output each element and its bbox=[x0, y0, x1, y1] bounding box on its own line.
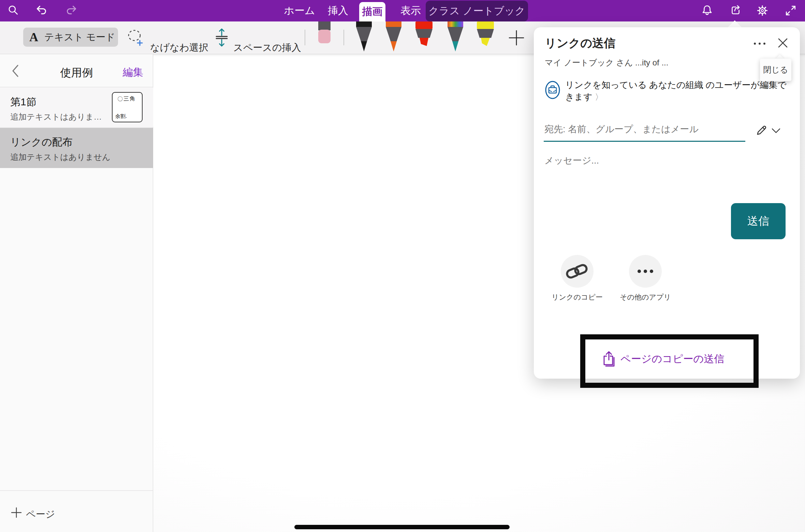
page-subtitle: 追加テキストはありま… bbox=[10, 111, 102, 122]
lasso-select-icon[interactable] bbox=[126, 28, 145, 47]
more-apps-label: その他のアプリ bbox=[611, 292, 679, 302]
undo-icon[interactable] bbox=[35, 4, 48, 17]
organization-permission-icon bbox=[545, 80, 560, 100]
divider bbox=[0, 127, 153, 127]
more-apps-button[interactable] bbox=[629, 255, 662, 288]
edit-button[interactable]: 編集 bbox=[123, 65, 143, 79]
fullscreen-icon[interactable] bbox=[784, 4, 797, 17]
send-page-copy-link[interactable]: ページのコピーの送信 bbox=[602, 350, 724, 367]
text-mode-label: テキスト モード bbox=[44, 31, 115, 44]
notebook-subtitle: マイ ノートブック さん ...ity of ... bbox=[545, 57, 668, 68]
page-thumbnail: 〇三角 余割. bbox=[112, 92, 143, 122]
home-indicator[interactable] bbox=[294, 525, 510, 529]
add-page-button[interactable]: ページ bbox=[0, 490, 153, 532]
copy-link-label: リンクのコピー bbox=[543, 292, 611, 302]
plus-icon bbox=[11, 507, 22, 518]
edit-permission-pencil-icon[interactable] bbox=[755, 123, 769, 137]
send-button[interactable]: 送信 bbox=[731, 203, 786, 239]
add-page-label: ページ bbox=[26, 508, 55, 521]
add-pen-icon[interactable] bbox=[509, 30, 524, 46]
tab-insert[interactable]: 挿入 bbox=[321, 0, 355, 21]
page-title: 第1節 bbox=[10, 95, 36, 109]
search-icon[interactable] bbox=[7, 4, 20, 17]
top-app-bar: ホーム 挿入 描画 表示 クラス ノートブック bbox=[0, 0, 805, 21]
close-icon[interactable] bbox=[777, 37, 789, 49]
eraser-tool[interactable] bbox=[318, 21, 331, 43]
insert-space-label[interactable]: スペースの挿入 bbox=[233, 41, 301, 54]
link-permission-row[interactable]: リンクを知っている あなたの組織 のユーザーが編集できます 〉 bbox=[565, 79, 790, 103]
pen-rainbow[interactable] bbox=[445, 21, 465, 54]
chevron-down-icon[interactable] bbox=[771, 127, 781, 135]
gear-icon[interactable] bbox=[756, 4, 769, 17]
more-options-icon[interactable] bbox=[752, 36, 767, 50]
tab-view[interactable]: 表示 bbox=[394, 0, 428, 21]
dialog-title: リンクの送信 bbox=[545, 35, 615, 51]
marker-red[interactable] bbox=[414, 21, 434, 49]
chevron-right-icon: 〉 bbox=[595, 92, 603, 102]
page-list-sidebar: 使用例 編集 第1節 追加テキストはありま… 〇三角 余割. リンクの配布 追加… bbox=[0, 54, 153, 532]
thumbnail-handwriting: 〇三角 bbox=[117, 95, 136, 103]
send-link-dialog: リンクの送信 閉じる マイ ノートブック さん ...ity of ... リン… bbox=[534, 27, 800, 379]
share-icon[interactable] bbox=[729, 4, 742, 17]
divider bbox=[0, 87, 153, 87]
highlighter-yellow[interactable] bbox=[475, 21, 496, 49]
send-page-copy-label: ページのコピーの送信 bbox=[620, 352, 724, 366]
message-input[interactable] bbox=[544, 153, 763, 168]
bell-icon[interactable] bbox=[701, 4, 714, 17]
text-mode-button[interactable]: A テキスト モード bbox=[23, 28, 118, 47]
copy-link-button[interactable] bbox=[561, 255, 594, 288]
lasso-select-label[interactable]: なげなわ選択 bbox=[150, 41, 208, 54]
toolbar-separator bbox=[343, 30, 344, 45]
tab-draw-active[interactable]: 描画 bbox=[359, 2, 385, 21]
page-subtitle: 追加テキストはありません bbox=[10, 152, 111, 163]
tab-home[interactable]: ホーム bbox=[282, 0, 317, 21]
page-list-item-selected[interactable]: リンクの配布 追加テキストはありません bbox=[0, 128, 153, 168]
share-page-icon bbox=[602, 350, 616, 367]
insert-space-icon[interactable] bbox=[215, 27, 229, 48]
recipient-underline bbox=[544, 141, 745, 142]
pen-orange[interactable] bbox=[384, 21, 404, 54]
toolbar-separator bbox=[305, 30, 305, 45]
tab-class-notebook[interactable]: クラス ノートブック bbox=[426, 1, 528, 21]
ellipsis-icon bbox=[629, 255, 662, 288]
redo-icon[interactable] bbox=[64, 4, 77, 17]
thumbnail-handwriting: 余割. bbox=[115, 113, 127, 120]
pen-black[interactable] bbox=[354, 21, 374, 54]
recipient-input[interactable] bbox=[544, 121, 736, 137]
close-tooltip: 閉じる bbox=[760, 59, 791, 81]
link-icon bbox=[561, 255, 594, 288]
page-title: リンクの配布 bbox=[10, 135, 73, 149]
page-list-item[interactable]: 第1節 追加テキストはありま… 〇三角 余割. bbox=[0, 88, 153, 127]
text-mode-letter: A bbox=[29, 30, 38, 44]
